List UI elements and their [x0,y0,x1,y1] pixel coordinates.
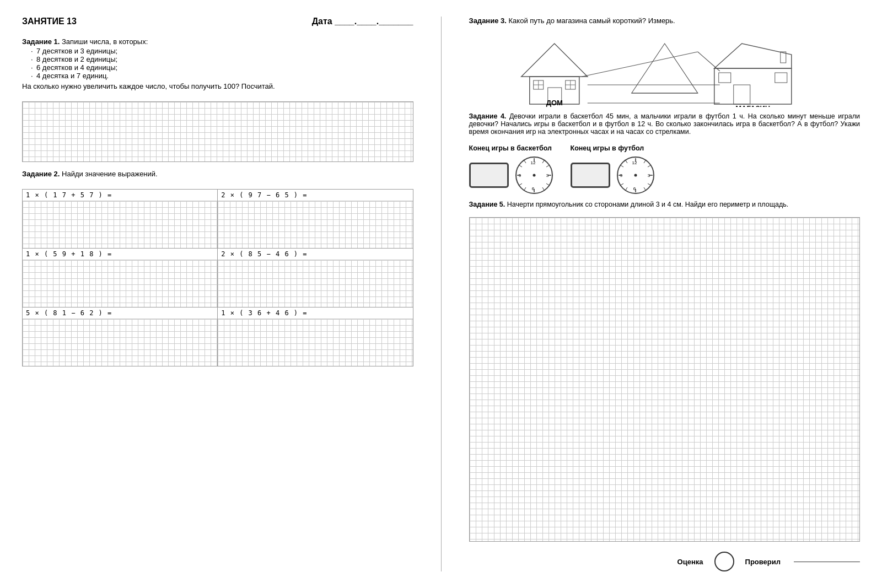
lesson-title: ЗАНЯТИЕ 13 [22,17,77,26]
task2-grid-area[interactable] [23,201,217,248]
task2-grid-area[interactable] [218,260,412,307]
svg-text:6: 6 [633,186,636,191]
task4-label: Задание 4. [469,112,507,120]
task1-bullets: 7 десятков и 3 единицы; 8 десятков и 2 е… [31,47,413,80]
task1-followup: На сколько нужно увеличить каждое число,… [22,82,413,90]
grade-circle [714,552,734,571]
task2-section: Задание 2. Найди значение выражений. [22,170,413,179]
task3-label: Задание 3. [469,17,507,25]
basketball-clock-group: Конец игры в баскетбол [469,144,554,195]
grade-label: Оценка [677,558,703,566]
date-label: Дата ____.____._______ [312,17,413,26]
houses-svg: ДОМ [469,27,861,107]
svg-rect-20 [775,73,787,83]
svg-point-40 [533,174,535,177]
basketball-label: Конец игры в баскетбол [469,144,554,152]
svg-marker-14 [631,44,697,93]
checked-blank [794,562,860,562]
task2-row: 1 × ( 1 7 + 5 7 ) = 2 × ( 9 7 − 6 5 ) = [23,190,413,249]
digital-clock-football [571,163,610,188]
task2-cell: 1 × ( 1 7 + 5 7 ) = [23,190,218,248]
task3-text: Какой путь до магазина самый короткий? И… [509,17,675,25]
footer: Оценка Проверил [469,552,861,571]
task5-label: Задание 5. [469,201,505,208]
svg-line-11 [582,52,697,77]
task2-grid-area[interactable] [23,319,217,366]
svg-marker-16 [714,44,791,68]
task5-text: Начерти прямоугольник со сторонами длино… [507,201,788,208]
svg-text:ДОМ: ДОМ [546,99,562,107]
svg-rect-18 [733,85,750,104]
task1-intro: Запиши числа, в которых: [62,37,148,46]
svg-text:3: 3 [647,173,650,178]
task2-cell: 2 × ( 9 7 − 6 5 ) = [218,190,412,248]
checked-label: Проверил [745,558,781,566]
task2-expr: 1 × ( 1 7 + 5 7 ) = [23,190,217,201]
column-divider [441,17,442,571]
task5-section: Задание 5. Начерти прямоугольник со стор… [469,201,861,209]
house-illustration: ДОМ [469,27,861,107]
bullet-item: 7 десятков и 3 единицы; [31,47,413,55]
task1-label: Задание 1. [22,37,60,46]
task2-grid-area[interactable] [218,201,412,248]
football-clock-group: Конец игры в футбол [571,144,655,195]
svg-rect-19 [718,73,730,83]
svg-marker-0 [521,44,587,77]
task2-row: 5 × ( 8 1 − 6 2 ) = 1 × ( 3 6 + 4 6 ) = [23,308,413,366]
clocks-area: Конец игры в баскетбол [469,144,861,195]
task2-grid-area[interactable] [23,260,217,307]
svg-point-58 [634,174,637,177]
svg-text:МАГАЗИН: МАГАЗИН [735,104,770,107]
analog-clock-football: 12 3 6 9 [616,155,655,195]
bullet-item: 4 десятка и 7 единиц. [31,72,413,80]
task1-section: Задание 1. Запиши числа, в которых: 7 де… [22,37,413,91]
task5-grid[interactable] [469,217,861,542]
task2-grid-area[interactable] [218,319,412,366]
task4-text: Девочки играли в баскетбол 45 мин, а мал… [469,112,861,136]
svg-text:12: 12 [530,160,535,165]
svg-text:12: 12 [632,160,637,165]
bullet-item: 8 десятков и 2 единицы; [31,55,413,63]
svg-text:9: 9 [620,173,622,178]
task2-expr: 2 × ( 9 7 − 6 5 ) = [218,190,412,201]
digital-clock-basketball [469,163,509,188]
svg-text:3: 3 [546,173,548,178]
task1-grid[interactable] [22,101,413,162]
task2-expr: 1 × ( 3 6 + 4 6 ) = [218,308,412,319]
svg-rect-17 [714,68,791,104]
task2-cell: 1 × ( 3 6 + 4 6 ) = [218,308,412,366]
task3-section: Задание 3. Какой путь до магазина самый … [469,17,861,107]
analog-clock-basketball: 12 3 6 9 [514,155,554,195]
football-label: Конец игры в футбол [571,144,655,152]
task2-expr: 2 × ( 8 5 − 4 6 ) = [218,249,412,260]
task2-row: 1 × ( 5 9 + 1 8 ) = 2 × ( 8 5 − 4 6 ) = [23,249,413,308]
task4-section: Задание 4. Девочки играли в баскетбол 45… [469,112,861,137]
task2-cell: 5 × ( 8 1 − 6 2 ) = [23,308,218,366]
task2-grid: 1 × ( 1 7 + 5 7 ) = 2 × ( 9 7 − 6 5 ) = … [22,189,413,366]
task2-expr: 1 × ( 5 9 + 1 8 ) = [23,249,217,260]
svg-text:6: 6 [531,186,534,191]
task2-expr: 5 × ( 8 1 − 6 2 ) = [23,308,217,319]
task2-cell: 2 × ( 8 5 − 4 6 ) = [218,249,412,307]
svg-text:9: 9 [518,173,521,178]
task2-cell: 1 × ( 5 9 + 1 8 ) = [23,249,218,307]
task2-intro: Найди значение выражений. [62,170,158,178]
bullet-item: 6 десятков и 4 единицы; [31,63,413,72]
task2-label: Задание 2. [22,170,60,178]
